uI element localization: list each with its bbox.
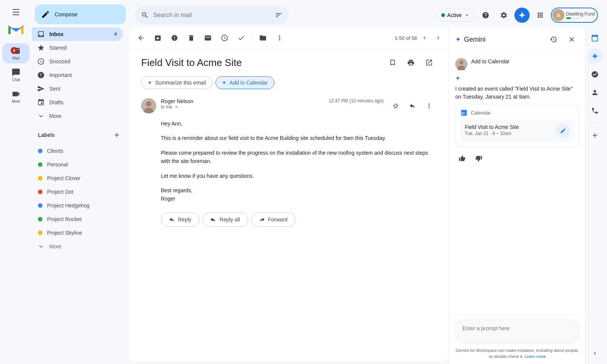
compose-button[interactable]: Compose bbox=[35, 5, 126, 24]
content-row: 1-50 of 58 Field Visit t bbox=[129, 27, 604, 364]
label-dot-project-skyline bbox=[38, 231, 42, 235]
edit-event-button[interactable] bbox=[556, 124, 570, 138]
archive-button[interactable] bbox=[150, 30, 165, 46]
settings-button[interactable] bbox=[496, 8, 511, 23]
label-project-skyline[interactable]: Project Skyline bbox=[32, 226, 123, 240]
sender-to[interactable]: to me bbox=[161, 104, 324, 110]
label-clients[interactable]: Clients bbox=[32, 144, 123, 158]
gemini-history-button[interactable] bbox=[546, 32, 561, 47]
print-button[interactable] bbox=[403, 55, 418, 70]
hamburger-button[interactable] bbox=[7, 3, 25, 21]
nav-meet[interactable]: Meet bbox=[2, 86, 30, 107]
more-email-options-button[interactable] bbox=[421, 98, 437, 113]
report-spam-button[interactable] bbox=[167, 30, 182, 46]
sidebar-starred-label: Starred bbox=[49, 45, 67, 51]
gemini-title-text: Gemini bbox=[464, 36, 486, 44]
gemini-user-message: Add to Calendar bbox=[455, 58, 579, 70]
add-label-button[interactable] bbox=[111, 129, 123, 141]
move-to-button[interactable] bbox=[255, 30, 270, 46]
gmail-logo[interactable] bbox=[8, 24, 24, 36]
forward-button[interactable]: Forward bbox=[251, 212, 296, 227]
right-icon-expand[interactable] bbox=[587, 346, 602, 361]
thumbs-up-button[interactable] bbox=[455, 152, 469, 165]
snooze-button[interactable] bbox=[217, 30, 232, 46]
gemini-panel: ✦ Gemini bbox=[449, 27, 585, 364]
sidebar-item-snoozed[interactable]: Snoozed bbox=[32, 55, 123, 68]
gemini-input-area: Gemini for Workspace can make mistakes, … bbox=[449, 315, 585, 364]
open-in-new-icon bbox=[425, 59, 433, 66]
active-dropdown-icon bbox=[464, 12, 470, 18]
active-status-label: Active bbox=[447, 12, 462, 18]
sparkle-filled-icon: ✦ bbox=[222, 80, 226, 86]
search-bar[interactable] bbox=[135, 6, 289, 24]
bookmark-button[interactable] bbox=[385, 55, 400, 70]
search-filter-icon[interactable] bbox=[275, 11, 283, 19]
right-icon-contacts[interactable] bbox=[587, 85, 602, 100]
search-input[interactable] bbox=[153, 12, 270, 19]
star-email-button[interactable] bbox=[388, 98, 403, 113]
nav-mail[interactable]: 4 Mail bbox=[2, 43, 30, 63]
gemini-header: ✦ Gemini bbox=[449, 27, 585, 52]
summarize-email-button[interactable]: ✦ Summarize this email bbox=[141, 76, 212, 89]
more-vert-email-icon bbox=[426, 102, 432, 109]
reply-all-button[interactable]: Reply all bbox=[203, 212, 248, 227]
sidebar-sent-label: Sent bbox=[49, 86, 60, 92]
sidebar-item-sent[interactable]: Sent bbox=[32, 82, 123, 96]
nav-chat[interactable]: Chat bbox=[2, 65, 30, 85]
sender-avatar-image bbox=[141, 98, 156, 113]
right-icon-calendar[interactable] bbox=[587, 30, 602, 46]
right-icon-gemini[interactable] bbox=[587, 49, 602, 64]
right-icon-add[interactable] bbox=[587, 128, 602, 143]
back-button[interactable] bbox=[134, 30, 149, 46]
gemini-fab-button[interactable] bbox=[514, 8, 530, 23]
account-button[interactable]: A Dwelling Fund bbox=[551, 8, 598, 23]
add-tasks-button[interactable] bbox=[234, 30, 249, 46]
more-chevron-icon bbox=[37, 112, 45, 120]
prev-page-button[interactable] bbox=[418, 32, 431, 44]
gemini-close-button[interactable] bbox=[564, 32, 579, 47]
active-status-button[interactable]: Active bbox=[436, 9, 475, 22]
right-side-icons bbox=[585, 27, 604, 364]
reply-button[interactable]: Reply bbox=[161, 212, 200, 227]
gemini-learn-more-link[interactable]: Learn more bbox=[525, 354, 546, 359]
next-page-icon bbox=[435, 35, 441, 41]
label-clients-text: Clients bbox=[47, 148, 63, 154]
help-button[interactable] bbox=[478, 8, 493, 23]
add-to-calendar-button[interactable]: ✦ Add to Calendar bbox=[215, 76, 274, 89]
sidebar-item-starred[interactable]: Starred bbox=[32, 41, 123, 55]
apps-button[interactable] bbox=[533, 8, 548, 23]
thumbs-down-button[interactable] bbox=[472, 152, 486, 165]
label-project-clover[interactable]: Project Clover bbox=[32, 171, 123, 185]
label-project-dot[interactable]: Project Dot bbox=[32, 185, 123, 199]
more-options-button[interactable] bbox=[272, 30, 287, 46]
gemini-event-card: Field Visit to Acme Site Tue, Jan 21 · 9… bbox=[460, 119, 574, 142]
gemini-response-icon-row: ✦ bbox=[455, 75, 579, 82]
mark-unread-button[interactable] bbox=[200, 30, 215, 46]
sidebar-item-important[interactable]: Important bbox=[32, 68, 123, 82]
right-calendar-icon bbox=[591, 34, 599, 42]
gemini-prompt-input[interactable] bbox=[455, 320, 579, 343]
bookmark-icon bbox=[389, 59, 396, 66]
label-project-hedgehog[interactable]: Project Hedgehog bbox=[32, 199, 123, 212]
body-closing: Best regards, Roger bbox=[161, 186, 437, 203]
email-content: Field Visit to Acme Site bbox=[129, 49, 449, 361]
sidebar-item-more-labels[interactable]: More bbox=[32, 240, 123, 253]
delete-button[interactable] bbox=[184, 30, 199, 46]
right-icon-tasks[interactable] bbox=[587, 67, 602, 82]
reply-email-button[interactable] bbox=[405, 98, 420, 113]
sidebar-item-more[interactable]: More bbox=[32, 109, 123, 123]
label-personal[interactable]: Personal bbox=[32, 158, 123, 171]
sidebar-snoozed-label: Snoozed bbox=[49, 58, 70, 64]
right-icon-phone[interactable] bbox=[587, 103, 602, 118]
sidebar-more-label: More bbox=[49, 113, 61, 119]
right-icons-divider bbox=[589, 123, 601, 123]
next-page-button[interactable] bbox=[432, 32, 444, 44]
sidebar-item-inbox[interactable]: Inbox 4 bbox=[32, 27, 123, 41]
sparkle-icon: ✦ bbox=[148, 80, 152, 86]
active-status-dot bbox=[441, 13, 445, 17]
sidebar-item-drafts[interactable]: Drafts bbox=[32, 96, 123, 109]
label-project-rocket[interactable]: Project Rocket bbox=[32, 212, 123, 226]
right-add-icon bbox=[591, 132, 599, 139]
forward-btn-icon bbox=[259, 217, 265, 223]
open-in-new-button[interactable] bbox=[421, 55, 437, 70]
